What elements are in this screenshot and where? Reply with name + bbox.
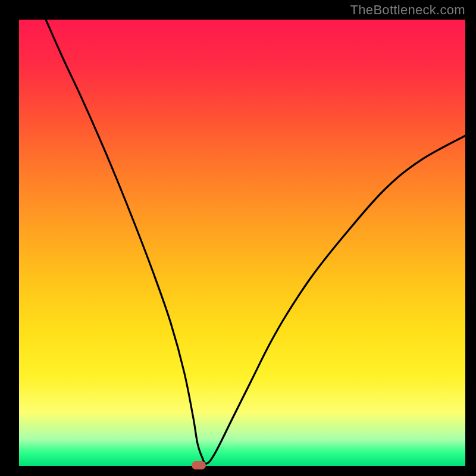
optimal-point-marker xyxy=(192,461,206,469)
chart-frame: TheBottleneck.com xyxy=(0,0,476,476)
plot-area xyxy=(19,20,465,466)
watermark-text: TheBottleneck.com xyxy=(350,2,465,18)
